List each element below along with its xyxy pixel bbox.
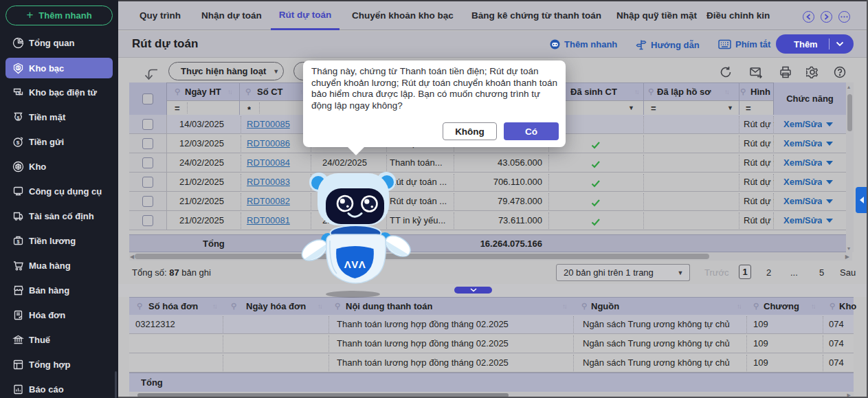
svg-text:$: $: [17, 65, 20, 71]
svg-text:$: $: [18, 90, 21, 96]
svg-text:$: $: [16, 140, 20, 146]
svg-text:$: $: [17, 115, 20, 120]
svg-text:ΛVΛ: ΛVΛ: [344, 258, 366, 270]
svg-text:$: $: [17, 239, 20, 244]
